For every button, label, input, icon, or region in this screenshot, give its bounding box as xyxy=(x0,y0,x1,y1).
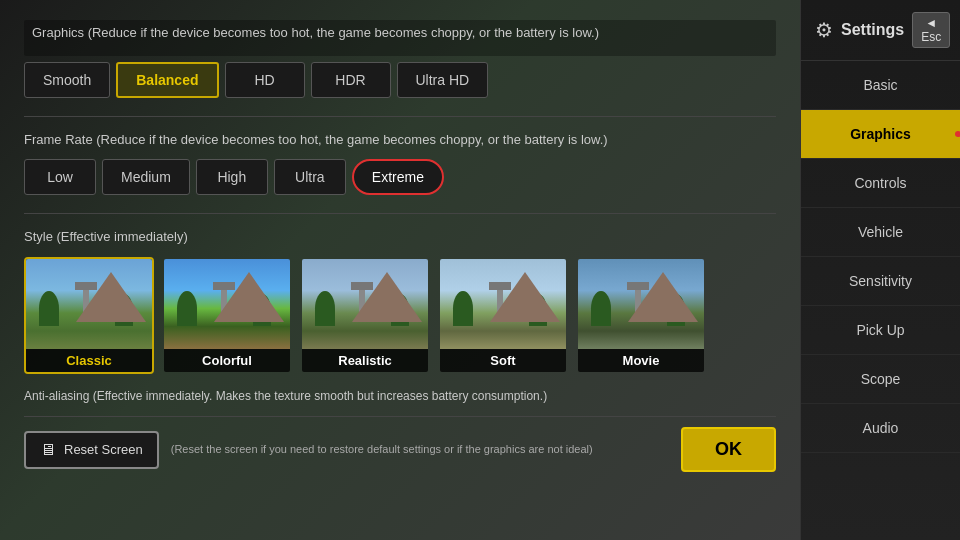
tree-left-icon-5 xyxy=(591,291,611,326)
monitor-icon: 🖥 xyxy=(40,441,56,459)
style-movie-image xyxy=(578,259,704,349)
sidebar: ⚙ Settings ◄ Esc Basic Graphics Controls… xyxy=(800,0,960,540)
bottom-bar: 🖥 Reset Screen (Reset the screen if you … xyxy=(24,416,776,472)
style-movie-label: Movie xyxy=(578,349,704,372)
reset-screen-label: Reset Screen xyxy=(64,442,143,457)
graphics-quality-section: Graphics (Reduce if the device becomes t… xyxy=(24,20,776,56)
framerate-section: Frame Rate (Reduce if the device becomes… xyxy=(24,131,776,149)
frame-high-btn[interactable]: High xyxy=(196,159,268,195)
tree-left-icon xyxy=(39,291,59,326)
style-soft-label: Soft xyxy=(440,349,566,372)
mountain-icon-5 xyxy=(628,272,698,322)
tree-left-icon-3 xyxy=(315,291,335,326)
sidebar-item-controls[interactable]: Controls xyxy=(801,159,960,208)
tree-left-icon-2 xyxy=(177,291,197,326)
quality-smooth-btn[interactable]: Smooth xyxy=(24,62,110,98)
sidebar-item-graphics[interactable]: Graphics xyxy=(801,110,960,159)
reset-screen-button[interactable]: 🖥 Reset Screen xyxy=(24,431,159,469)
style-soft-image xyxy=(440,259,566,349)
main-content: Graphics (Reduce if the device becomes t… xyxy=(0,0,800,540)
mountain-icon-4 xyxy=(490,272,560,322)
frame-extreme-btn[interactable]: Extreme xyxy=(352,159,444,195)
framerate-label: Frame Rate (Reduce if the device becomes… xyxy=(24,131,776,149)
style-section: Style (Effective immediately) Classic xyxy=(24,228,776,373)
style-classic-image xyxy=(26,259,152,349)
style-thumbnails: Classic Colorful xyxy=(24,257,776,374)
quality-hd-btn[interactable]: HD xyxy=(225,62,305,98)
style-realistic-image xyxy=(302,259,428,349)
style-label: Style (Effective immediately) xyxy=(24,228,776,246)
quality-ultrahd-btn[interactable]: Ultra HD xyxy=(397,62,489,98)
style-colorful-label: Colorful xyxy=(164,349,290,372)
quality-hdr-btn[interactable]: HDR xyxy=(311,62,391,98)
sidebar-header: ⚙ Settings ◄ Esc xyxy=(801,0,960,61)
sidebar-nav: Basic Graphics Controls Vehicle Sensitiv… xyxy=(801,61,960,540)
gear-icon: ⚙ xyxy=(815,18,833,42)
ok-button[interactable]: OK xyxy=(681,427,776,472)
frame-low-btn[interactable]: Low xyxy=(24,159,96,195)
mountain-icon-2 xyxy=(214,272,284,322)
style-colorful-btn[interactable]: Colorful xyxy=(162,257,292,374)
esc-button[interactable]: ◄ Esc xyxy=(912,12,950,48)
frame-medium-btn[interactable]: Medium xyxy=(102,159,190,195)
sidebar-item-sensitivity[interactable]: Sensitivity xyxy=(801,257,960,306)
sidebar-item-pickup[interactable]: Pick Up xyxy=(801,306,960,355)
style-soft-btn[interactable]: Soft xyxy=(438,257,568,374)
settings-title: Settings xyxy=(841,21,904,39)
quality-balanced-btn[interactable]: Balanced xyxy=(116,62,218,98)
style-realistic-btn[interactable]: Realistic xyxy=(300,257,430,374)
reset-hint-text: (Reset the screen if you need to restore… xyxy=(171,442,669,457)
sidebar-item-scope[interactable]: Scope xyxy=(801,355,960,404)
framerate-buttons: Low Medium High Ultra Extreme xyxy=(24,159,776,195)
divider-1 xyxy=(24,116,776,117)
style-colorful-image xyxy=(164,259,290,349)
mountain-icon-3 xyxy=(352,272,422,322)
mountain-icon xyxy=(76,272,146,322)
graphics-quality-buttons: Smooth Balanced HD HDR Ultra HD xyxy=(24,62,776,98)
sidebar-item-audio[interactable]: Audio xyxy=(801,404,960,453)
sidebar-item-basic[interactable]: Basic xyxy=(801,61,960,110)
frame-ultra-btn[interactable]: Ultra xyxy=(274,159,346,195)
sidebar-item-vehicle[interactable]: Vehicle xyxy=(801,208,960,257)
graphics-quality-label: Graphics (Reduce if the device becomes t… xyxy=(32,24,768,42)
style-realistic-label: Realistic xyxy=(302,349,428,372)
divider-2 xyxy=(24,213,776,214)
tree-left-icon-4 xyxy=(453,291,473,326)
antialias-label: Anti-aliasing (Effective immediately. Ma… xyxy=(24,388,776,405)
style-classic-btn[interactable]: Classic xyxy=(24,257,154,374)
style-classic-label: Classic xyxy=(26,349,152,372)
style-movie-btn[interactable]: Movie xyxy=(576,257,706,374)
